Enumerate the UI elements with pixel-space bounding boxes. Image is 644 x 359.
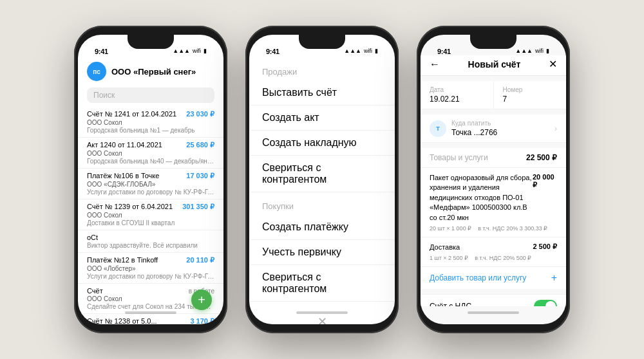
signal-icon: ▲▲▲	[515, 48, 533, 54]
company-avatar: пс	[87, 62, 106, 81]
phone1-body: пс ООО «Первый снег» Поиск Счёт № 1241 о…	[78, 35, 223, 324]
screen-2: 9:41 ▲▲▲ wifi ▮ Продажи Выставить счёт С…	[249, 35, 395, 324]
list-item[interactable]: Счёт № 1239 от 6.04.2021 301 350 ₽ ООО С…	[78, 199, 223, 230]
product-name-2: Доставка	[430, 243, 460, 252]
list-item[interactable]: oCt Виктор здравствуйте. Всё исправили	[78, 230, 223, 253]
time-1: 9:41	[95, 48, 108, 55]
search-input[interactable]: Поиск	[87, 87, 214, 103]
vat-row[interactable]: Счёт с НДС	[421, 294, 566, 306]
toggle-knob	[545, 301, 556, 306]
recipient-section[interactable]: Т Куда платить Точка ...2766 ›	[421, 115, 566, 143]
menu-item-reconcile-sales[interactable]: Свериться с контрагентом	[249, 156, 395, 192]
close-menu-button[interactable]: ✕	[317, 315, 327, 324]
date-field[interactable]: Дата 19.02.21	[421, 81, 494, 109]
battery-icon: ▮	[546, 48, 549, 54]
product-name-1: Пакет одноразовый для сбора, хранения и …	[430, 173, 533, 223]
menu-item-payment[interactable]: Создать платёжку	[249, 215, 395, 240]
add-product-plus-icon: +	[551, 272, 557, 284]
menu-item-invoice[interactable]: Выставить счёт	[249, 80, 395, 106]
chevron-right-icon: ›	[554, 124, 557, 133]
signal-icon: ▲▲▲	[173, 48, 190, 54]
wifi-icon: wifi	[364, 48, 372, 54]
list-item[interactable]: Счёт № 1241 от 12.04.2021 23 030 ₽ ООО С…	[78, 107, 223, 138]
time-2: 9:41	[266, 48, 279, 55]
menu-item-act[interactable]: Создать акт	[249, 106, 395, 131]
contractor-avatar: Т	[430, 120, 446, 137]
recipient-label: Куда платить	[451, 120, 497, 127]
phone-2: 9:41 ▲▲▲ wifi ▮ Продажи Выставить счёт С…	[245, 26, 399, 333]
list-item[interactable]: Акт 1240 от 11.04.2021 25 680 ₽ ООО Соко…	[78, 138, 223, 169]
vat-toggle[interactable]	[534, 300, 557, 306]
add-fab-button[interactable]: +	[191, 290, 212, 310]
signal-icon: ▲▲▲	[344, 48, 361, 54]
battery-icon: ▮	[204, 48, 207, 54]
vat-label: Счёт с НДС	[430, 302, 471, 306]
status-icons-2: ▲▲▲ wifi ▮	[344, 48, 378, 54]
notch-3	[470, 35, 516, 49]
goods-label: Товары и услуги	[430, 153, 488, 162]
number-value: 7	[503, 95, 558, 104]
menu-item-primary[interactable]: Учесть первичку	[249, 240, 395, 265]
number-field[interactable]: Номер 7	[494, 81, 567, 109]
list-item[interactable]: Платёж №106 в Точке 17 030 ₽ ООО «СДЭК-Г…	[78, 169, 223, 199]
add-product-label: Добавить товар или услугу	[430, 273, 526, 282]
home-indicator-3	[468, 311, 519, 314]
list-item[interactable]: Платёж №12 в Tinkoff 20 110 ₽ ООО «Лобст…	[78, 253, 223, 284]
product-meta-1: 20 шт × 1 000 ₽ в т.ч. НДС 20% 3 300.33 …	[430, 225, 557, 232]
product-item-1[interactable]: Пакет одноразовый для сбора, хранения и …	[421, 168, 566, 237]
date-label: Дата	[430, 86, 484, 93]
product-item-2[interactable]: Доставка 2 500 ₽ 1 шт × 2 500 ₽ в т.ч. Н…	[421, 237, 566, 267]
status-icons-1: ▲▲▲ wifi ▮	[173, 48, 207, 54]
time-3: 9:41	[437, 48, 451, 55]
product-amount-2: 2 500 ₽	[533, 243, 557, 253]
product-meta-2: 1 шт × 2 500 ₽ в т.ч. НДС 20% 500 ₽	[430, 255, 557, 261]
date-value: 19.02.21	[430, 95, 484, 104]
goods-section: Товары и услуги 22 500 ₽ Пакет одноразов…	[421, 148, 566, 289]
notch-1	[128, 35, 174, 49]
goods-total: 22 500 ₽	[526, 153, 557, 162]
screen-3: 9:41 ▲▲▲ wifi ▮ ← Новый счёт ✕ Дата 19.0…	[421, 35, 566, 324]
menu-item-invoice-doc[interactable]: Создать накладную	[249, 131, 395, 156]
menu-item-reconcile-purchases[interactable]: Свериться с контрагентом	[249, 265, 395, 302]
phone-1: 9:41 ▲▲▲ wifi ▮ пс ООО «Первый снег» Пои…	[74, 26, 227, 333]
wifi-icon: wifi	[535, 48, 544, 54]
invoice-form: Дата 19.02.21 Номер 7 Т Куда платить Точ	[421, 76, 566, 306]
battery-icon: ▮	[375, 48, 378, 54]
home-indicator-2	[296, 311, 348, 314]
notch-2	[299, 35, 345, 49]
phone-3: 9:41 ▲▲▲ wifi ▮ ← Новый счёт ✕ Дата 19.0…	[417, 26, 570, 333]
product-amount-1: 20 000 ₽	[533, 173, 557, 224]
screen-1: 9:41 ▲▲▲ wifi ▮ пс ООО «Первый снег» Пои…	[78, 35, 223, 324]
number-label: Номер	[503, 86, 558, 93]
add-product-row[interactable]: Добавить товар или услугу +	[421, 267, 566, 289]
company-name: ООО «Первый снег»	[111, 67, 196, 77]
invoice-full-body: ← Новый счёт ✕ Дата 19.02.21 Номер 7	[421, 35, 566, 324]
goods-section-header: Товары и услуги 22 500 ₽	[421, 148, 566, 168]
list-item[interactable]: Счёт № 1238 от 5.0... 3 170 ₽ ООО Снег с…	[78, 314, 223, 324]
home-indicator-1	[125, 311, 176, 314]
status-icons-3: ▲▲▲ wifi ▮	[515, 48, 549, 54]
contractor-name: Точка ...2766	[451, 128, 497, 137]
date-number-section: Дата 19.02.21 Номер 7	[421, 81, 566, 109]
wifi-icon: wifi	[193, 48, 201, 54]
menu-section-purchases-label: Покупки	[249, 192, 395, 215]
menu-body: Продажи Выставить счёт Создать акт Созда…	[249, 35, 395, 324]
